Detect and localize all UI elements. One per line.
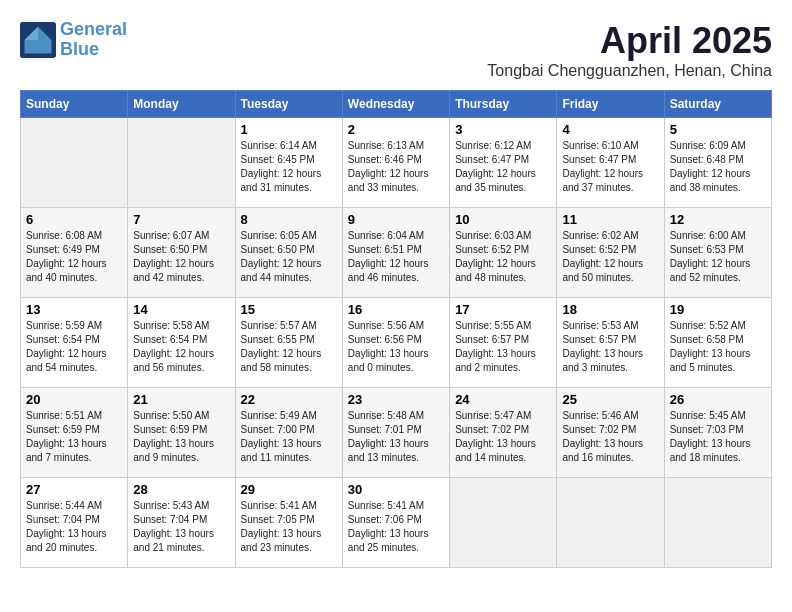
week-row: 27Sunrise: 5:44 AMSunset: 7:04 PMDayligh… bbox=[21, 478, 772, 568]
calendar-cell: 1Sunrise: 6:14 AMSunset: 6:45 PMDaylight… bbox=[235, 118, 342, 208]
calendar-cell: 29Sunrise: 5:41 AMSunset: 7:05 PMDayligh… bbox=[235, 478, 342, 568]
day-content: Sunrise: 5:43 AMSunset: 7:04 PMDaylight:… bbox=[133, 499, 229, 555]
calendar-cell: 8Sunrise: 6:05 AMSunset: 6:50 PMDaylight… bbox=[235, 208, 342, 298]
calendar-cell: 15Sunrise: 5:57 AMSunset: 6:55 PMDayligh… bbox=[235, 298, 342, 388]
day-header-friday: Friday bbox=[557, 91, 664, 118]
day-content: Sunrise: 5:46 AMSunset: 7:02 PMDaylight:… bbox=[562, 409, 658, 465]
day-number: 30 bbox=[348, 482, 444, 497]
header-row: SundayMondayTuesdayWednesdayThursdayFrid… bbox=[21, 91, 772, 118]
day-content: Sunrise: 5:48 AMSunset: 7:01 PMDaylight:… bbox=[348, 409, 444, 465]
day-content: Sunrise: 6:05 AMSunset: 6:50 PMDaylight:… bbox=[241, 229, 337, 285]
day-number: 19 bbox=[670, 302, 766, 317]
calendar-cell: 5Sunrise: 6:09 AMSunset: 6:48 PMDaylight… bbox=[664, 118, 771, 208]
calendar-cell: 2Sunrise: 6:13 AMSunset: 6:46 PMDaylight… bbox=[342, 118, 449, 208]
calendar-cell: 24Sunrise: 5:47 AMSunset: 7:02 PMDayligh… bbox=[450, 388, 557, 478]
calendar-cell bbox=[128, 118, 235, 208]
calendar-header: SundayMondayTuesdayWednesdayThursdayFrid… bbox=[21, 91, 772, 118]
day-content: Sunrise: 5:53 AMSunset: 6:57 PMDaylight:… bbox=[562, 319, 658, 375]
calendar-cell: 28Sunrise: 5:43 AMSunset: 7:04 PMDayligh… bbox=[128, 478, 235, 568]
day-number: 4 bbox=[562, 122, 658, 137]
calendar-cell: 17Sunrise: 5:55 AMSunset: 6:57 PMDayligh… bbox=[450, 298, 557, 388]
day-number: 10 bbox=[455, 212, 551, 227]
day-number: 22 bbox=[241, 392, 337, 407]
day-header-sunday: Sunday bbox=[21, 91, 128, 118]
page-header: General Blue April 2025 Tongbai Chenggua… bbox=[20, 20, 772, 80]
day-content: Sunrise: 5:47 AMSunset: 7:02 PMDaylight:… bbox=[455, 409, 551, 465]
logo-line2: Blue bbox=[60, 39, 99, 59]
calendar-cell: 30Sunrise: 5:41 AMSunset: 7:06 PMDayligh… bbox=[342, 478, 449, 568]
day-number: 21 bbox=[133, 392, 229, 407]
logo-line1: General bbox=[60, 19, 127, 39]
day-number: 7 bbox=[133, 212, 229, 227]
day-content: Sunrise: 6:04 AMSunset: 6:51 PMDaylight:… bbox=[348, 229, 444, 285]
calendar-cell: 16Sunrise: 5:56 AMSunset: 6:56 PMDayligh… bbox=[342, 298, 449, 388]
day-number: 17 bbox=[455, 302, 551, 317]
logo-text: General Blue bbox=[60, 20, 127, 60]
day-content: Sunrise: 6:03 AMSunset: 6:52 PMDaylight:… bbox=[455, 229, 551, 285]
day-content: Sunrise: 6:02 AMSunset: 6:52 PMDaylight:… bbox=[562, 229, 658, 285]
calendar-body: 1Sunrise: 6:14 AMSunset: 6:45 PMDaylight… bbox=[21, 118, 772, 568]
day-header-thursday: Thursday bbox=[450, 91, 557, 118]
week-row: 20Sunrise: 5:51 AMSunset: 6:59 PMDayligh… bbox=[21, 388, 772, 478]
day-content: Sunrise: 5:49 AMSunset: 7:00 PMDaylight:… bbox=[241, 409, 337, 465]
calendar-cell: 12Sunrise: 6:00 AMSunset: 6:53 PMDayligh… bbox=[664, 208, 771, 298]
day-content: Sunrise: 5:41 AMSunset: 7:06 PMDaylight:… bbox=[348, 499, 444, 555]
day-content: Sunrise: 6:09 AMSunset: 6:48 PMDaylight:… bbox=[670, 139, 766, 195]
title-area: April 2025 Tongbai Chengguanzhen, Henan,… bbox=[487, 20, 772, 80]
day-number: 2 bbox=[348, 122, 444, 137]
day-number: 29 bbox=[241, 482, 337, 497]
calendar-cell bbox=[664, 478, 771, 568]
calendar-cell: 9Sunrise: 6:04 AMSunset: 6:51 PMDaylight… bbox=[342, 208, 449, 298]
day-content: Sunrise: 6:10 AMSunset: 6:47 PMDaylight:… bbox=[562, 139, 658, 195]
day-number: 1 bbox=[241, 122, 337, 137]
day-header-tuesday: Tuesday bbox=[235, 91, 342, 118]
logo: General Blue bbox=[20, 20, 127, 60]
day-content: Sunrise: 5:58 AMSunset: 6:54 PMDaylight:… bbox=[133, 319, 229, 375]
calendar-cell: 4Sunrise: 6:10 AMSunset: 6:47 PMDaylight… bbox=[557, 118, 664, 208]
day-content: Sunrise: 6:14 AMSunset: 6:45 PMDaylight:… bbox=[241, 139, 337, 195]
day-number: 24 bbox=[455, 392, 551, 407]
day-number: 11 bbox=[562, 212, 658, 227]
day-number: 16 bbox=[348, 302, 444, 317]
logo-icon bbox=[20, 22, 56, 58]
day-number: 3 bbox=[455, 122, 551, 137]
calendar-cell: 11Sunrise: 6:02 AMSunset: 6:52 PMDayligh… bbox=[557, 208, 664, 298]
day-content: Sunrise: 6:13 AMSunset: 6:46 PMDaylight:… bbox=[348, 139, 444, 195]
day-number: 5 bbox=[670, 122, 766, 137]
day-header-monday: Monday bbox=[128, 91, 235, 118]
day-number: 18 bbox=[562, 302, 658, 317]
day-number: 13 bbox=[26, 302, 122, 317]
calendar-cell: 27Sunrise: 5:44 AMSunset: 7:04 PMDayligh… bbox=[21, 478, 128, 568]
calendar-cell: 25Sunrise: 5:46 AMSunset: 7:02 PMDayligh… bbox=[557, 388, 664, 478]
day-content: Sunrise: 5:56 AMSunset: 6:56 PMDaylight:… bbox=[348, 319, 444, 375]
day-number: 14 bbox=[133, 302, 229, 317]
calendar-cell: 26Sunrise: 5:45 AMSunset: 7:03 PMDayligh… bbox=[664, 388, 771, 478]
calendar-cell: 21Sunrise: 5:50 AMSunset: 6:59 PMDayligh… bbox=[128, 388, 235, 478]
month-title: April 2025 bbox=[487, 20, 772, 62]
day-content: Sunrise: 5:44 AMSunset: 7:04 PMDaylight:… bbox=[26, 499, 122, 555]
day-number: 6 bbox=[26, 212, 122, 227]
calendar-cell: 3Sunrise: 6:12 AMSunset: 6:47 PMDaylight… bbox=[450, 118, 557, 208]
day-number: 27 bbox=[26, 482, 122, 497]
day-content: Sunrise: 6:07 AMSunset: 6:50 PMDaylight:… bbox=[133, 229, 229, 285]
day-number: 28 bbox=[133, 482, 229, 497]
week-row: 1Sunrise: 6:14 AMSunset: 6:45 PMDaylight… bbox=[21, 118, 772, 208]
week-row: 13Sunrise: 5:59 AMSunset: 6:54 PMDayligh… bbox=[21, 298, 772, 388]
svg-rect-3 bbox=[25, 40, 52, 54]
day-number: 26 bbox=[670, 392, 766, 407]
day-content: Sunrise: 5:52 AMSunset: 6:58 PMDaylight:… bbox=[670, 319, 766, 375]
day-content: Sunrise: 5:51 AMSunset: 6:59 PMDaylight:… bbox=[26, 409, 122, 465]
calendar-cell: 7Sunrise: 6:07 AMSunset: 6:50 PMDaylight… bbox=[128, 208, 235, 298]
calendar-table: SundayMondayTuesdayWednesdayThursdayFrid… bbox=[20, 90, 772, 568]
day-content: Sunrise: 6:08 AMSunset: 6:49 PMDaylight:… bbox=[26, 229, 122, 285]
day-header-saturday: Saturday bbox=[664, 91, 771, 118]
calendar-cell: 18Sunrise: 5:53 AMSunset: 6:57 PMDayligh… bbox=[557, 298, 664, 388]
day-number: 20 bbox=[26, 392, 122, 407]
calendar-cell: 14Sunrise: 5:58 AMSunset: 6:54 PMDayligh… bbox=[128, 298, 235, 388]
calendar-cell: 23Sunrise: 5:48 AMSunset: 7:01 PMDayligh… bbox=[342, 388, 449, 478]
week-row: 6Sunrise: 6:08 AMSunset: 6:49 PMDaylight… bbox=[21, 208, 772, 298]
day-content: Sunrise: 5:50 AMSunset: 6:59 PMDaylight:… bbox=[133, 409, 229, 465]
calendar-cell: 6Sunrise: 6:08 AMSunset: 6:49 PMDaylight… bbox=[21, 208, 128, 298]
day-content: Sunrise: 5:45 AMSunset: 7:03 PMDaylight:… bbox=[670, 409, 766, 465]
day-header-wednesday: Wednesday bbox=[342, 91, 449, 118]
